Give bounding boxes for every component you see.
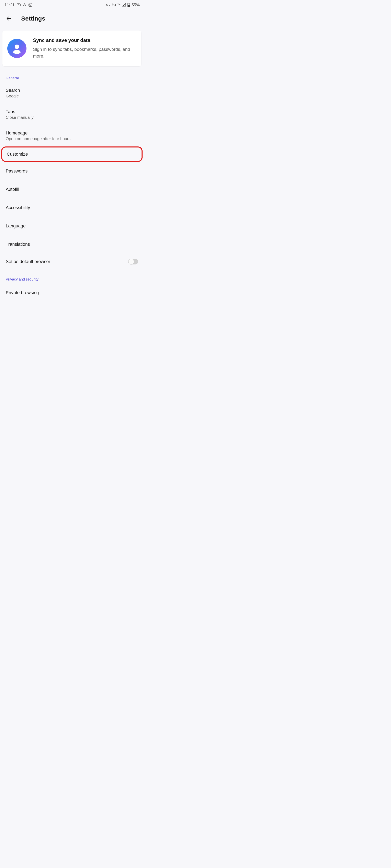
arrow-left-icon (6, 15, 12, 22)
setting-language-title: Language (6, 223, 138, 229)
signal-icon (122, 3, 126, 6)
vpn-key-icon (106, 4, 110, 6)
status-time: 11:21 (4, 3, 15, 7)
network-type: 4G (117, 2, 120, 5)
setting-passwords[interactable]: Passwords (0, 162, 144, 180)
sync-subtitle: Sign in to sync tabs, bookmarks, passwor… (33, 46, 136, 59)
setting-autofill-title: Autofill (6, 187, 138, 192)
notification-icon-1 (17, 3, 21, 6)
default-browser-toggle[interactable] (128, 259, 138, 265)
setting-private-browsing-title: Private browsing (6, 290, 138, 296)
setting-homepage-subtitle: Open on homepage after four hours (6, 136, 138, 141)
section-privacy-header: Privacy and security (0, 270, 144, 284)
notification-icon-triangle (23, 3, 26, 7)
setting-search-subtitle: Google (6, 94, 138, 98)
battery-percentage: 55% (132, 3, 140, 7)
setting-language[interactable]: Language (0, 217, 144, 235)
section-general-header: General (0, 69, 144, 82)
sync-text: Sync and save your data Sign in to sync … (33, 37, 136, 59)
status-left: 11:21 (4, 3, 32, 7)
battery-icon (128, 3, 130, 7)
setting-default-browser[interactable]: Set as default browser (0, 253, 144, 270)
settings-content: Sync and save your data Sign in to sync … (0, 31, 144, 302)
svg-point-13 (15, 44, 19, 49)
sync-card[interactable]: Sync and save your data Sign in to sync … (2, 31, 141, 66)
back-button[interactable] (6, 15, 12, 22)
person-icon (11, 43, 23, 54)
svg-point-4 (31, 4, 32, 4)
svg-point-5 (107, 4, 108, 6)
setting-private-browsing[interactable]: Private browsing (0, 284, 144, 302)
setting-tabs[interactable]: Tabs Close manually (0, 104, 144, 125)
setting-accessibility[interactable]: Accessibility (0, 198, 144, 217)
setting-customize-title: Customize (7, 152, 137, 157)
setting-homepage[interactable]: Homepage Open on homepage after four hou… (0, 125, 144, 147)
setting-autofill[interactable]: Autofill (0, 180, 144, 198)
notification-icon-instagram (29, 3, 32, 7)
setting-translations[interactable]: Translations (0, 235, 144, 253)
setting-search[interactable]: Search Google (0, 82, 144, 104)
hotspot-icon (112, 3, 116, 7)
setting-search-title: Search (6, 88, 138, 93)
setting-default-browser-title: Set as default browser (6, 259, 128, 264)
svg-rect-2 (29, 3, 32, 6)
setting-homepage-title: Homepage (6, 130, 138, 136)
setting-accessibility-title: Accessibility (6, 205, 138, 210)
page-title: Settings (21, 15, 45, 22)
setting-tabs-title: Tabs (6, 109, 138, 114)
svg-rect-12 (128, 5, 130, 7)
avatar-icon (7, 39, 26, 58)
setting-translations-title: Translations (6, 242, 138, 247)
svg-point-3 (30, 4, 31, 6)
status-right: 4G 55% (106, 2, 140, 7)
sync-title: Sync and save your data (33, 37, 136, 43)
setting-tabs-subtitle: Close manually (6, 115, 138, 120)
status-bar: 11:21 4G 55% (0, 0, 144, 9)
header: Settings (0, 9, 144, 28)
setting-customize-highlighted[interactable]: Customize (1, 147, 143, 162)
svg-point-9 (113, 4, 114, 5)
svg-point-1 (18, 4, 19, 5)
setting-passwords-title: Passwords (6, 168, 138, 174)
